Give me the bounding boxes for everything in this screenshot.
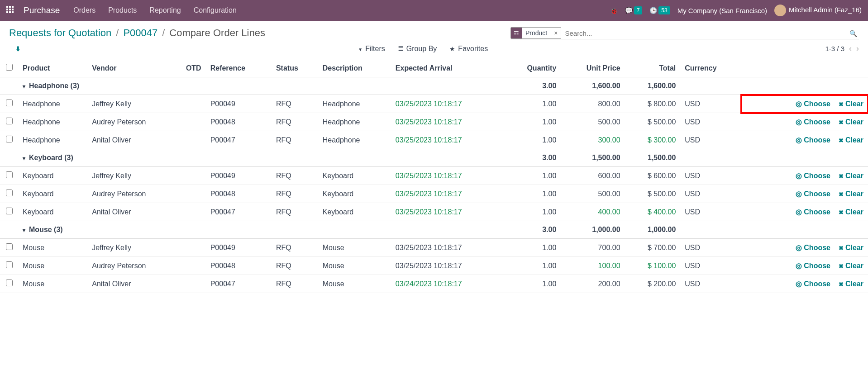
cell-reference: P00047 bbox=[206, 203, 272, 221]
clear-button[interactable]: Clear bbox=[839, 208, 863, 216]
clear-button[interactable]: Clear bbox=[839, 172, 863, 180]
choose-button[interactable]: Choose bbox=[796, 136, 830, 144]
choose-button[interactable]: Choose bbox=[796, 243, 830, 252]
menu-configuration[interactable]: Configuration bbox=[194, 6, 237, 14]
col-reference[interactable]: Reference bbox=[206, 59, 272, 77]
pager-prev[interactable]: ‹ bbox=[849, 44, 852, 53]
select-all-checkbox[interactable] bbox=[6, 64, 13, 71]
cell-price: 400.00 bbox=[561, 203, 625, 221]
menu-reporting[interactable]: Reporting bbox=[149, 6, 181, 14]
cell-description: Keyboard bbox=[318, 185, 391, 203]
clear-button[interactable]: Clear bbox=[839, 118, 863, 126]
group-header[interactable]: Keyboard (3) bbox=[18, 149, 504, 167]
cell-qty: 1.00 bbox=[504, 131, 561, 149]
col-total[interactable]: Total bbox=[625, 59, 681, 77]
cell-vendor: Audrey Peterson bbox=[87, 257, 181, 275]
groupby-icon bbox=[398, 44, 404, 53]
row-checkbox[interactable] bbox=[6, 171, 13, 178]
group-header[interactable]: Headphone (3) bbox=[18, 77, 504, 95]
row-checkbox[interactable] bbox=[6, 190, 13, 196]
cell-reference: P00048 bbox=[206, 185, 272, 203]
col-product[interactable]: Product bbox=[18, 59, 87, 77]
choose-button[interactable]: Choose bbox=[796, 280, 830, 288]
clear-button[interactable]: Clear bbox=[839, 190, 863, 198]
favorites-button[interactable]: Favorites bbox=[449, 44, 488, 53]
row-checkbox[interactable] bbox=[6, 99, 13, 106]
choose-button[interactable]: Choose bbox=[796, 261, 830, 270]
col-description[interactable]: Description bbox=[318, 59, 391, 77]
close-icon bbox=[839, 262, 844, 270]
cell-price: 100.00 bbox=[561, 257, 625, 275]
row-checkbox[interactable] bbox=[6, 280, 13, 286]
clear-button[interactable]: Clear bbox=[839, 280, 863, 288]
cell-product: Mouse bbox=[18, 257, 87, 275]
export-button[interactable] bbox=[15, 45, 21, 52]
search-bar: ☶ Product × bbox=[510, 27, 859, 39]
clear-button[interactable]: Clear bbox=[839, 136, 863, 144]
group-total: 1,600.00 bbox=[625, 77, 681, 95]
cell-status: RFQ bbox=[272, 185, 318, 203]
menu-orders[interactable]: Orders bbox=[73, 6, 95, 14]
group-header[interactable]: Mouse (3) bbox=[18, 221, 504, 239]
col-otd[interactable]: OTD bbox=[181, 59, 206, 77]
user-menu[interactable]: Mitchell Admin (Faz_16) bbox=[774, 5, 862, 16]
cell-vendor: Jeffrey Kelly bbox=[87, 167, 181, 185]
close-icon bbox=[839, 208, 844, 216]
pager-next[interactable]: › bbox=[856, 44, 859, 53]
row-checkbox[interactable] bbox=[6, 243, 13, 250]
cell-arrival: 03/25/2023 10:18:17 bbox=[391, 185, 504, 203]
row-checkbox[interactable] bbox=[6, 261, 13, 268]
col-price[interactable]: Unit Price bbox=[561, 59, 625, 77]
choose-button[interactable]: Choose bbox=[796, 99, 830, 108]
row-checkbox[interactable] bbox=[6, 208, 13, 214]
chevron-down-icon bbox=[23, 154, 29, 161]
row-checkbox[interactable] bbox=[6, 118, 13, 124]
facet-remove[interactable]: × bbox=[551, 29, 561, 37]
breadcrumb-root[interactable]: Requests for Quotation bbox=[9, 27, 111, 39]
cell-otd bbox=[181, 185, 206, 203]
search-icon[interactable] bbox=[848, 28, 859, 39]
cell-description: Mouse bbox=[318, 275, 391, 293]
clear-button[interactable]: Clear bbox=[839, 244, 863, 252]
cell-qty: 1.00 bbox=[504, 185, 561, 203]
col-status[interactable]: Status bbox=[272, 59, 318, 77]
order-lines-table: Product Vendor OTD Reference Status Desc… bbox=[0, 59, 868, 293]
breadcrumb-mid[interactable]: P00047 bbox=[123, 27, 157, 39]
activity-count-badge: 53 bbox=[658, 6, 670, 14]
cell-currency: USD bbox=[680, 95, 741, 113]
group-total: 1,500.00 bbox=[625, 149, 681, 167]
cell-total: $ 600.00 bbox=[625, 167, 681, 185]
cell-reference: P00047 bbox=[206, 131, 272, 149]
cell-arrival: 03/25/2023 10:18:17 bbox=[391, 167, 504, 185]
choose-button[interactable]: Choose bbox=[796, 171, 830, 180]
col-arrival[interactable]: Expected Arrival bbox=[391, 59, 504, 77]
app-brand[interactable]: Purchase bbox=[24, 5, 60, 15]
choose-button[interactable]: Choose bbox=[796, 190, 830, 198]
cell-product: Mouse bbox=[18, 275, 87, 293]
cell-total: $ 800.00 bbox=[625, 95, 681, 113]
search-input[interactable] bbox=[561, 28, 848, 39]
cell-currency: USD bbox=[680, 239, 741, 257]
avatar bbox=[774, 5, 786, 16]
choose-button[interactable]: Choose bbox=[796, 208, 830, 216]
cell-actions: ChooseClear bbox=[741, 167, 868, 185]
choose-button[interactable]: Choose bbox=[796, 118, 830, 126]
col-qty[interactable]: Quantity bbox=[504, 59, 561, 77]
apps-icon[interactable] bbox=[6, 6, 15, 15]
cell-otd bbox=[181, 113, 206, 131]
row-checkbox[interactable] bbox=[6, 136, 13, 142]
activities-button[interactable]: 53 bbox=[649, 6, 670, 15]
col-vendor[interactable]: Vendor bbox=[87, 59, 181, 77]
bug-icon[interactable] bbox=[610, 7, 618, 14]
cell-reference: P00049 bbox=[206, 95, 272, 113]
menu-products[interactable]: Products bbox=[108, 6, 137, 14]
filters-button[interactable]: Filters bbox=[358, 44, 385, 53]
company-switcher[interactable]: My Company (San Francisco) bbox=[677, 7, 767, 14]
col-currency[interactable]: Currency bbox=[680, 59, 741, 77]
clear-button[interactable]: Clear bbox=[839, 262, 863, 270]
messaging-button[interactable]: 7 bbox=[625, 6, 643, 15]
groupby-button[interactable]: Group By bbox=[398, 44, 437, 53]
clear-button[interactable]: Clear bbox=[839, 100, 863, 108]
cell-actions: ChooseClear bbox=[741, 131, 868, 149]
cell-reference: P00049 bbox=[206, 239, 272, 257]
